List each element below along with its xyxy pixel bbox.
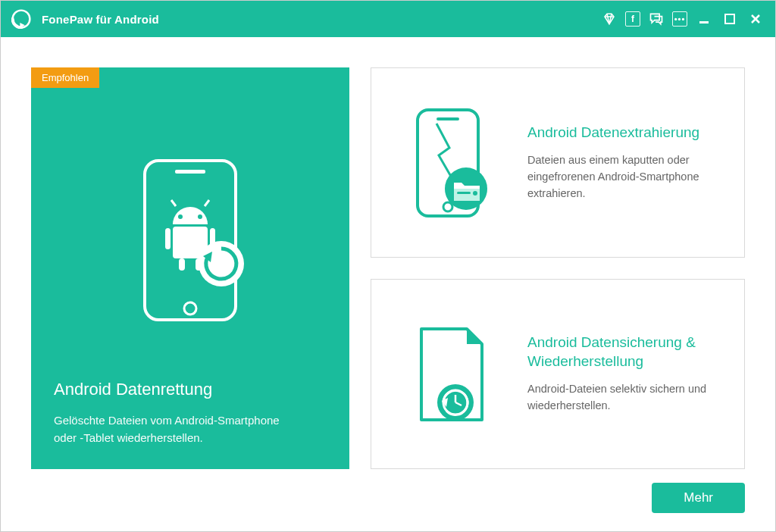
svg-rect-2 xyxy=(699,21,709,23)
recommended-badge: Empfohlen xyxy=(31,67,99,88)
broken-phone-icon xyxy=(391,102,505,224)
more-menu-icon[interactable]: ••• xyxy=(672,11,687,27)
feedback-icon[interactable] xyxy=(648,11,665,27)
svg-line-10 xyxy=(205,200,209,206)
card-title: Android Datenrettung xyxy=(54,380,327,399)
titlebar-right: f ••• xyxy=(601,10,765,28)
svg-rect-3 xyxy=(725,14,734,23)
svg-rect-5 xyxy=(175,170,205,174)
facebook-icon[interactable]: f xyxy=(625,11,640,27)
cards-grid: Empfohlen xyxy=(31,67,745,469)
diamond-icon[interactable] xyxy=(601,11,618,27)
titlebar-left: FonePaw für Android xyxy=(11,9,159,29)
svg-point-8 xyxy=(198,214,202,219)
card-desc: Gelöschte Dateien vom Android-Smartphone… xyxy=(54,412,296,447)
close-button[interactable] xyxy=(746,10,765,28)
card-title: Android Datensicherung & Wiederherstellu… xyxy=(527,333,724,371)
svg-rect-14 xyxy=(179,258,185,271)
svg-rect-12 xyxy=(165,228,171,249)
card-title: Android Datenextrahierung xyxy=(527,124,724,142)
card-text: Android Datensicherung & Wiederherstellu… xyxy=(527,333,724,415)
svg-rect-19 xyxy=(436,117,459,120)
card-backup-restore[interactable]: Android Datensicherung & Wiederherstellu… xyxy=(371,279,745,469)
card-data-recovery[interactable]: Empfohlen xyxy=(31,67,349,469)
card-desc: Dateien aus einem kaputten oder eingefro… xyxy=(527,152,724,202)
card-desc: Android-Dateien selektiv sichern und wie… xyxy=(527,381,724,415)
backup-document-icon xyxy=(391,314,505,435)
footer-row: Mehr xyxy=(31,483,745,513)
svg-line-9 xyxy=(171,200,176,206)
more-button[interactable]: Mehr xyxy=(652,483,745,513)
svg-point-24 xyxy=(473,191,477,196)
phone-restore-icon xyxy=(54,102,327,380)
card-data-extraction[interactable]: Android Datenextrahierung Dateien aus ei… xyxy=(371,67,745,258)
svg-point-20 xyxy=(443,202,452,211)
app-title: FonePaw für Android xyxy=(42,13,159,26)
maximize-button[interactable] xyxy=(721,10,739,28)
svg-point-7 xyxy=(178,214,183,219)
card-text: Android Datenextrahierung Dateien aus ei… xyxy=(527,124,724,202)
app-logo-icon xyxy=(11,9,31,29)
minimize-button[interactable] xyxy=(695,10,713,28)
app-window: FonePaw für Android f ••• xyxy=(0,0,776,532)
svg-point-6 xyxy=(184,302,196,315)
titlebar: FonePaw für Android f ••• xyxy=(1,1,775,37)
svg-rect-23 xyxy=(457,192,471,194)
content-area: Empfohlen xyxy=(1,37,775,531)
